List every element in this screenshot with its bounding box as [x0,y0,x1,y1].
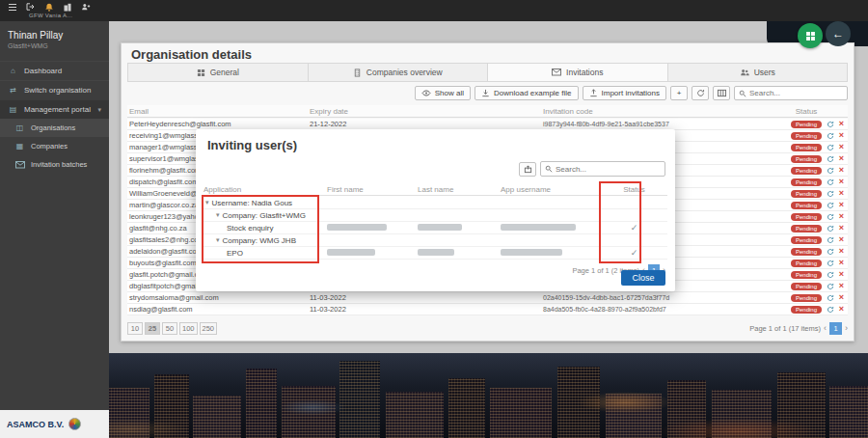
status-badge: Pending [791,155,822,163]
column-chooser-button[interactable] [713,86,730,100]
tab-bar: GeneralCompanies overviewInvitationsUser… [127,63,848,82]
table-row: strydomsaloma@gmail.com11-03-202202a4015… [127,292,848,304]
sidebar-subitem-invitation-batches[interactable]: Invitation batches [0,155,109,174]
delete-invitation-icon[interactable]: × [839,305,844,314]
sidebar-footer: ASAMCO B.V. [0,410,109,438]
screen: GFW Vania A... Thinan Pillay Glasfit+WMG… [0,0,868,438]
delete-invitation-icon[interactable]: × [839,259,844,267]
page-size-50[interactable]: 50 [162,322,177,335]
delete-invitation-icon[interactable]: × [839,212,844,221]
status-badge: Pending [791,190,822,198]
show-all-button[interactable]: Show all [415,86,471,100]
prev-page-icon[interactable]: ‹ [824,323,827,333]
delete-invitation-icon[interactable]: × [839,235,844,244]
resend-invitation-icon[interactable] [827,132,834,140]
resend-invitation-icon[interactable] [827,213,834,221]
table-header: Email Expiry date Invitation code Status [127,105,848,118]
export-button[interactable] [519,162,536,177]
delete-invitation-icon[interactable]: × [839,120,844,128]
resend-invitation-icon[interactable] [827,155,834,163]
add-user-icon[interactable] [81,3,91,11]
bell-icon[interactable] [44,3,54,12]
search-icon [739,90,746,97]
resend-invitation-icon[interactable] [827,294,834,302]
status-badge: Pending [791,225,822,233]
delete-invitation-icon[interactable]: × [839,201,844,209]
cell-email: nsdiag@glasfit.com [129,305,310,314]
next-page-icon[interactable]: › [845,323,848,333]
cell-expiry: 11-03-2022 [310,293,543,302]
delete-invitation-icon[interactable]: × [839,224,844,233]
caret-down-icon[interactable]: ▾ [216,211,220,219]
resend-invitation-icon[interactable] [827,202,834,209]
delete-invitation-icon[interactable]: × [839,247,844,256]
modal-search-input[interactable] [556,165,661,174]
resend-invitation-icon[interactable] [827,225,834,233]
sidebar-user-name: Thinan Pillay [8,30,101,41]
tab-label: Users [754,68,775,77]
col-expiry-date: Expiry date [310,107,543,116]
caret-down-icon[interactable]: ▾ [216,236,220,244]
tab-companies-overview[interactable]: Companies overview [309,64,489,81]
page-size-250[interactable]: 250 [200,322,218,335]
delete-invitation-icon[interactable]: × [839,189,844,198]
delete-invitation-icon[interactable]: × [839,154,844,163]
download-example-button[interactable]: Download example file [475,86,579,100]
close-button[interactable]: Close [621,270,665,286]
delete-invitation-icon[interactable]: × [839,166,844,175]
resend-invitation-icon[interactable] [827,121,834,128]
sidebar-item-switch-organisation[interactable]: ⇄Switch organisation [0,80,109,99]
sidebar-subitem-companies[interactable]: ▦Companies [0,137,109,155]
resend-invitation-icon[interactable] [827,306,834,314]
cell-expiry: 21-12-2022 [310,120,543,128]
page-size-10[interactable]: 10 [127,322,143,335]
resend-invitation-icon[interactable] [827,178,834,186]
search-input[interactable] [749,89,843,97]
logout-icon[interactable] [26,3,36,11]
tab-invitations[interactable]: Invitations [488,64,668,81]
sidebar-subitem-organisations[interactable]: ◫Organisations [0,119,109,137]
delete-invitation-icon[interactable]: × [839,270,844,279]
tab-label: Invitations [566,68,603,77]
redacted-value [418,224,462,231]
modal-group-row: ▾Username: Nadia Gous [203,197,667,209]
page-size-100[interactable]: 100 [179,322,198,335]
refresh-button[interactable] [692,86,709,100]
pagination-controls: Page 1 of 1 (17 items) ‹ 1 › [749,322,848,335]
resend-invitation-icon[interactable] [827,167,834,175]
resend-invitation-icon[interactable] [827,248,834,256]
import-invitations-button[interactable]: Import invitations [583,86,666,100]
current-page[interactable]: 1 [829,322,842,335]
status-badge: Pending [791,213,822,221]
delete-invitation-icon[interactable]: × [839,282,844,290]
sidebar-user: Thinan Pillay Glasfit+WMG [0,21,109,61]
resend-invitation-icon[interactable] [827,260,834,267]
modal-controls [519,161,665,177]
quick-add-button[interactable] [798,23,823,48]
tab-users[interactable]: Users [668,64,848,81]
caret-down-icon[interactable]: ▾ [205,199,209,206]
sidebar-nav: ⌂Dashboard⇄Switch organisation▤Managemen… [0,61,109,119]
users-icon [740,68,749,76]
resend-invitation-icon[interactable] [827,144,834,151]
resend-invitation-icon[interactable] [827,236,834,244]
mcol-last-name: Last name [418,185,501,194]
delete-invitation-icon[interactable]: × [839,131,844,140]
menu-icon[interactable] [8,3,17,12]
tab-general[interactable]: General [128,64,309,81]
sidebar-item-label: Dashboard [24,67,62,75]
sidebar-item-label: Management portal [24,105,91,114]
status-badge: Pending [791,260,822,267]
sidebar-item-dashboard[interactable]: ⌂Dashboard [0,61,109,80]
page-size-25[interactable]: 25 [145,322,160,335]
sidebar-item-management-portal[interactable]: ▤Management portal▾ [0,99,109,119]
resend-invitation-icon[interactable] [827,271,834,279]
delete-invitation-icon[interactable]: × [839,143,844,151]
delete-invitation-icon[interactable]: × [839,178,844,186]
resend-invitation-icon[interactable] [827,283,834,290]
back-button[interactable]: ← [826,21,851,46]
delete-invitation-icon[interactable]: × [839,293,844,302]
resend-invitation-icon[interactable] [827,190,834,198]
add-invitation-button[interactable]: + [670,86,688,100]
building-icon[interactable] [63,3,72,12]
